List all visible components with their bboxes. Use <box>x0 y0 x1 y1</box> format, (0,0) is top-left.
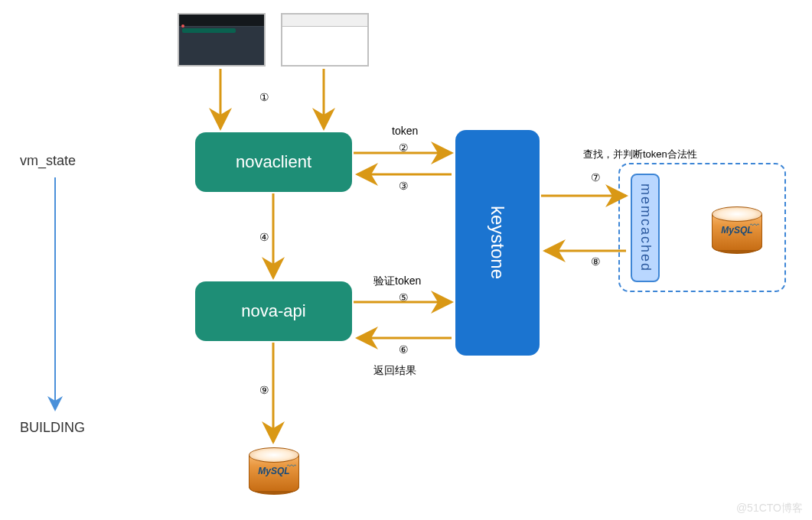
mysql-db-icon-2: 〰 MySQL <box>249 447 299 492</box>
watermark: @51CTO博客 <box>736 502 803 515</box>
memcached-label: memcached <box>638 184 654 272</box>
lookup-label: 查找，并判断token合法性 <box>583 148 697 161</box>
nova-api-box: nova-api <box>195 281 352 341</box>
mysql-label-1: MySQL <box>712 225 762 236</box>
verify-token-label: 验证token <box>373 275 421 288</box>
novaclient-label: novaclient <box>236 152 311 172</box>
keystone-box: keystone <box>455 130 540 356</box>
step-1: ① <box>256 89 272 105</box>
step-6: ⑥ <box>396 342 411 357</box>
novaclient-box: novaclient <box>195 132 352 192</box>
mysql-db-icon: 〰 MySQL <box>712 206 762 251</box>
memcached-box: memcached <box>631 174 660 282</box>
terminal-thumbnail <box>178 13 266 67</box>
step-3: ③ <box>396 178 411 193</box>
diagram-canvas: vm_state BUILDING novaclient nova-api ke… <box>0 0 812 520</box>
mysql-label-2: MySQL <box>249 466 299 476</box>
browser-thumbnail <box>281 13 369 67</box>
step-9: ⑨ <box>256 382 272 398</box>
nova-api-label: nova-api <box>241 301 305 321</box>
vm-state-label: vm_state <box>20 153 76 169</box>
keystone-label: keystone <box>487 206 508 279</box>
step-2: ② <box>396 140 411 155</box>
step-5: ⑤ <box>396 290 411 305</box>
token-label: token <box>392 125 418 137</box>
step-7: ⑦ <box>588 170 603 185</box>
step-4: ④ <box>256 229 272 245</box>
vm-state-value: BUILDING <box>20 420 85 436</box>
step-8: ⑧ <box>588 254 603 269</box>
return-result-label: 返回结果 <box>373 364 416 378</box>
